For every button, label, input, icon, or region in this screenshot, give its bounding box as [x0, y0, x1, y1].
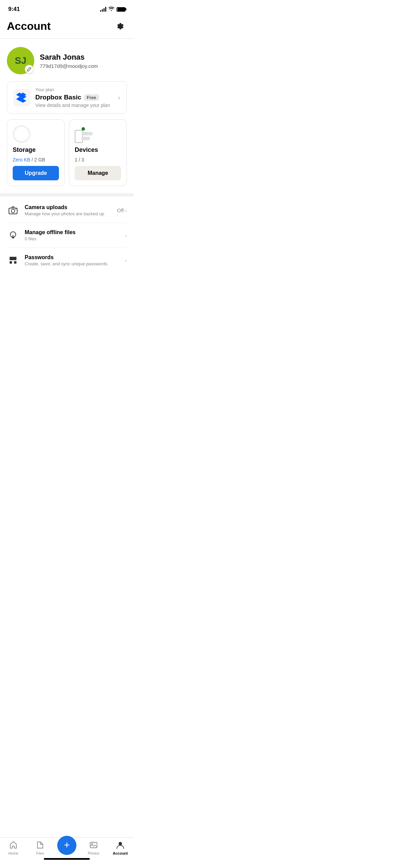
manage-button[interactable]: Manage	[75, 166, 121, 180]
offline-files-right: ›	[125, 232, 127, 238]
offline-files-title: Manage offline files	[25, 229, 120, 236]
svg-rect-3	[10, 257, 12, 260]
camera-uploads-right: Off ›	[117, 207, 127, 213]
storage-total: 2 GB	[34, 157, 45, 162]
password-icon	[8, 255, 18, 265]
devices-count: 1 / 3	[75, 157, 121, 162]
status-icons	[100, 6, 125, 12]
passwords-icon	[7, 254, 19, 266]
storage-card: Storage Zero KB / 2 GB Upgrade	[7, 119, 65, 186]
profile-section: SJ Sarah Jonas 779d17d9@moodjoy.com	[0, 39, 134, 81]
devices-icon	[75, 125, 94, 143]
devices-current: 1	[75, 157, 77, 162]
device-bar1	[82, 132, 93, 135]
plan-name-row: Dropbox Basic Free	[35, 94, 113, 101]
offline-files-icon	[7, 229, 19, 241]
camera-uploads-text: Camera uploads Manage how your photos ar…	[25, 204, 111, 216]
offline-files-desc: 0 files	[25, 236, 120, 241]
passwords-chevron-icon: ›	[125, 257, 127, 263]
plan-info: Your plan Dropbox Basic Free View detail…	[35, 87, 113, 108]
camera-uploads-chevron-icon: ›	[125, 207, 127, 213]
edit-avatar-button[interactable]	[25, 65, 34, 74]
status-bar: 9:41	[0, 0, 134, 16]
svg-rect-7	[12, 257, 14, 260]
devices-card: Devices 1 / 3 Manage	[69, 119, 127, 186]
offline-files-item[interactable]: Manage offline files 0 files ›	[7, 223, 127, 248]
svg-rect-4	[14, 257, 16, 260]
passwords-desc: Create, save, and sync unique passwords	[25, 261, 120, 266]
plan-section: Your plan Dropbox Basic Free View detail…	[0, 81, 134, 119]
offline-files-text: Manage offline files 0 files	[25, 229, 120, 241]
devices-max: 3	[81, 157, 84, 162]
plan-description: View details and manage your plan	[35, 103, 113, 108]
storage-amount: Zero KB / 2 GB	[13, 157, 59, 162]
profile-info: Sarah Jonas 779d17d9@moodjoy.com	[40, 53, 127, 69]
camera-uploads-desc: Manage how your photos are backed up	[25, 211, 111, 216]
passwords-item[interactable]: Passwords Create, save, and sync unique …	[7, 248, 127, 273]
profile-email: 779d17d9@moodjoy.com	[40, 63, 127, 69]
plan-name: Dropbox Basic	[35, 94, 81, 101]
plan-icon-wrap	[13, 89, 31, 106]
page-title: Account	[7, 20, 51, 33]
menu-list: Camera uploads Manage how your photos ar…	[0, 198, 134, 273]
device-active-dot	[82, 127, 85, 131]
passwords-text: Passwords Create, save, and sync unique …	[25, 254, 120, 266]
storage-icon	[13, 125, 31, 143]
upgrade-button[interactable]: Upgrade	[13, 166, 59, 180]
section-separator	[0, 193, 134, 196]
camera-uploads-item[interactable]: Camera uploads Manage how your photos ar…	[7, 198, 127, 223]
storage-devices-section: Storage Zero KB / 2 GB Upgrade Devices 1	[0, 119, 134, 192]
plan-chevron-icon: ›	[118, 94, 120, 101]
storage-used: Zero KB	[13, 157, 30, 162]
free-badge: Free	[84, 94, 99, 101]
gear-icon	[115, 21, 125, 31]
page-header: Account	[0, 16, 134, 38]
camera-uploads-status: Off	[117, 207, 124, 213]
signal-icon	[100, 7, 106, 12]
avatar-wrap: SJ	[7, 47, 34, 74]
camera-icon	[8, 205, 18, 215]
status-time: 9:41	[8, 6, 20, 13]
profile-name: Sarah Jonas	[40, 53, 127, 62]
storage-circle	[13, 125, 31, 143]
plan-label: Your plan	[35, 87, 113, 92]
devices-title: Devices	[75, 146, 121, 154]
offline-icon	[8, 230, 18, 240]
camera-uploads-title: Camera uploads	[25, 204, 111, 210]
passwords-title: Passwords	[25, 254, 120, 261]
svg-rect-6	[14, 261, 16, 264]
plan-card[interactable]: Your plan Dropbox Basic Free View detail…	[7, 81, 127, 114]
pencil-icon	[27, 67, 32, 72]
dropbox-logo-icon	[16, 93, 28, 103]
device-bar2	[82, 137, 90, 140]
storage-title: Storage	[13, 146, 59, 154]
passwords-right: ›	[125, 257, 127, 263]
svg-point-1	[11, 209, 15, 213]
offline-files-chevron-icon: ›	[125, 232, 127, 238]
settings-button[interactable]	[113, 19, 127, 33]
svg-rect-5	[10, 261, 12, 264]
battery-icon	[117, 7, 125, 12]
camera-uploads-icon	[7, 204, 19, 216]
wifi-icon	[108, 6, 114, 12]
